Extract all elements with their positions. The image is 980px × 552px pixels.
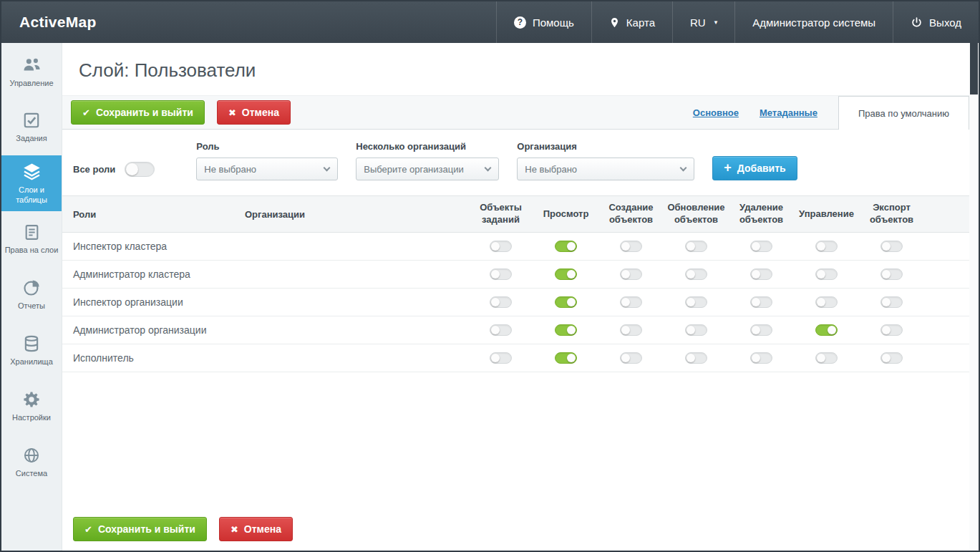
- permission-toggle[interactable]: [620, 296, 642, 308]
- toggle-knob: [491, 298, 500, 306]
- permission-toggle[interactable]: [555, 241, 577, 252]
- permission-toggle[interactable]: [815, 296, 838, 308]
- tasks-icon: [22, 111, 41, 130]
- scrollbar[interactable]: [969, 43, 979, 551]
- permission-toggle[interactable]: [750, 352, 772, 364]
- filter-groups: РольНе выбраноНесколько организацийВыбер…: [196, 141, 712, 180]
- permission-toggle[interactable]: [685, 324, 707, 336]
- permission-toggle[interactable]: [750, 268, 772, 280]
- permission-toggle[interactable]: [490, 296, 512, 308]
- table-row: Администратор кластера: [62, 261, 979, 289]
- sidebar-item-storages[interactable]: Хранилища: [1, 323, 62, 379]
- cancel-button[interactable]: ✖ Отмена: [217, 100, 291, 125]
- permission-toggle[interactable]: [620, 352, 642, 364]
- permission-cell: [598, 352, 664, 364]
- layers-icon: [22, 162, 42, 181]
- toggle-knob: [621, 298, 630, 306]
- help-icon: ?: [514, 16, 526, 29]
- permission-toggle[interactable]: [490, 268, 512, 280]
- sidebar-item-reports[interactable]: Отчеты: [1, 267, 62, 323]
- permission-toggle[interactable]: [555, 268, 577, 280]
- multi-org-select[interactable]: Выберите организации: [356, 158, 499, 180]
- toggle-knob: [817, 298, 825, 306]
- permission-cell: [533, 296, 598, 308]
- topbar-item-help[interactable]: ?Помощь: [496, 1, 591, 43]
- all-roles-toggle[interactable]: [125, 162, 155, 177]
- permission-toggle[interactable]: [685, 296, 707, 308]
- chevron-down-icon: [680, 165, 687, 172]
- sidebar-item-settings[interactable]: Настройки: [1, 379, 62, 435]
- sidebar-item-system[interactable]: Система: [1, 435, 62, 490]
- sidebar-item-tasks[interactable]: Задания: [1, 100, 62, 155]
- permission-toggle[interactable]: [620, 324, 642, 336]
- sidebar-item-layer-rights[interactable]: Права на слои: [1, 211, 62, 267]
- permission-toggle[interactable]: [750, 296, 772, 308]
- permission-toggle[interactable]: [880, 241, 903, 252]
- permission-toggle[interactable]: [880, 268, 903, 280]
- chevron-down-icon: [324, 165, 331, 172]
- scrollbar-thumb[interactable]: [970, 43, 978, 95]
- tab-metadata[interactable]: Метаданные: [760, 107, 818, 118]
- role-cell: Инспектор кластера: [62, 241, 245, 252]
- permission-toggle[interactable]: [555, 352, 577, 364]
- tab-default-rights[interactable]: Права по умолчанию: [838, 96, 969, 130]
- topbar-item-user[interactable]: Администратор системы: [734, 1, 893, 43]
- topbar-item-lang[interactable]: RU▾: [672, 1, 734, 43]
- permission-toggle[interactable]: [750, 324, 772, 336]
- permission-cell: [664, 296, 729, 308]
- permission-cell: [664, 324, 729, 336]
- permission-cell: [729, 324, 794, 336]
- role-cell: Инспектор организации: [62, 296, 245, 308]
- permission-toggle[interactable]: [880, 352, 903, 364]
- permission-toggle[interactable]: [685, 268, 707, 280]
- roles-table-body: Инспектор кластераАдминистратор кластера…: [62, 233, 979, 372]
- sidebar-item-layers[interactable]: Слои и таблицы: [1, 155, 62, 211]
- toggle-knob: [687, 326, 695, 334]
- toggle-knob: [752, 242, 760, 251]
- role-cell: Администратор кластера: [62, 268, 245, 280]
- toggle-knob: [491, 326, 500, 334]
- toggle-knob: [882, 242, 891, 251]
- multi-org-filter-label: Несколько организаций: [356, 141, 499, 152]
- globe-icon: [22, 446, 41, 465]
- role-select[interactable]: Не выбрано: [196, 158, 338, 180]
- select-value: Выберите организации: [364, 164, 480, 175]
- toggle-knob: [491, 270, 500, 279]
- permission-cell: [664, 352, 729, 364]
- topbar-item-logout[interactable]: Выход: [893, 1, 979, 43]
- topbar-item-map[interactable]: Карта: [591, 1, 672, 43]
- permission-toggle[interactable]: [815, 241, 838, 252]
- permission-toggle[interactable]: [490, 352, 512, 364]
- permission-toggle[interactable]: [620, 241, 642, 252]
- permission-toggle[interactable]: [685, 241, 707, 252]
- permission-toggle[interactable]: [815, 324, 838, 336]
- save-button-label: Сохранить и выйти: [96, 107, 193, 118]
- cancel-button-bottom[interactable]: ✖ Отмена: [219, 517, 293, 541]
- permission-toggle[interactable]: [490, 324, 512, 336]
- roles-table: РолиОрганизацииОбъекты заданийПросмотрСо…: [62, 195, 979, 372]
- permission-toggle[interactable]: [815, 352, 838, 364]
- permission-toggle[interactable]: [750, 241, 772, 252]
- chevron-down-icon: [485, 165, 492, 172]
- org-select[interactable]: Не выбрано: [517, 158, 694, 180]
- page-title: Слой: Пользователи: [62, 43, 979, 95]
- save-button-bottom[interactable]: ✔ Сохранить и выйти: [73, 517, 207, 541]
- sidebar-item-label: Настройки: [10, 413, 53, 423]
- permission-cell: [794, 352, 859, 364]
- permission-toggle[interactable]: [880, 324, 903, 336]
- permission-toggle[interactable]: [555, 296, 577, 308]
- permission-toggle[interactable]: [620, 268, 642, 280]
- toggle-knob: [817, 270, 825, 279]
- permission-toggle[interactable]: [815, 268, 838, 280]
- users-icon: [22, 55, 42, 74]
- permission-toggle[interactable]: [555, 324, 577, 336]
- permission-toggle[interactable]: [490, 241, 512, 252]
- permission-toggle[interactable]: [880, 296, 903, 308]
- permission-cell: [794, 296, 859, 308]
- tab-main[interactable]: Основное: [693, 107, 739, 118]
- sidebar-item-management[interactable]: Управление: [1, 44, 62, 100]
- permission-toggle[interactable]: [685, 352, 707, 364]
- cancel-button-label: Отмена: [242, 107, 279, 118]
- add-button[interactable]: + Добавить: [712, 156, 797, 180]
- save-button[interactable]: ✔ Сохранить и выйти: [71, 100, 205, 125]
